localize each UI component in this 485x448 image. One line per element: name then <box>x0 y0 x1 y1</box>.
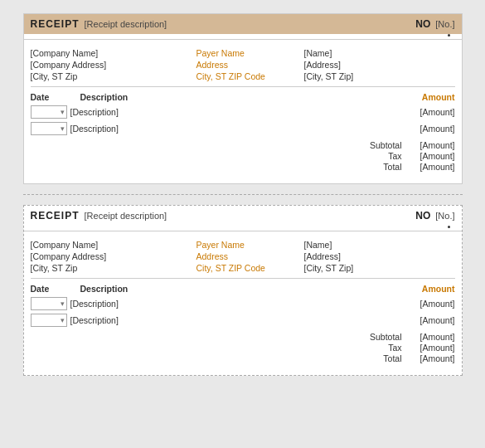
tax-row-2: Tax [Amount] <box>361 343 455 353</box>
payer-city-label-1: City, ST ZIP Code <box>196 71 304 81</box>
receipt-1: RECEIPT [Receipt description] NO [No.] [… <box>23 13 463 184</box>
payer-city-label-2: City, ST ZIP Code <box>196 263 304 273</box>
receipt-title-1: RECEIPT <box>31 18 80 30</box>
receipt-desc-1: [Receipt description] <box>85 19 167 29</box>
payer-address-label-2: Address <box>196 251 304 261</box>
company-info-2: [Company Name] [Company Address] [City, … <box>31 240 196 273</box>
table-row: ▾ [Description] [Amount] <box>31 122 455 135</box>
total-label-2: Total <box>361 353 402 363</box>
table-row: ▾ [Description] [Amount] <box>31 297 455 310</box>
payer-labels-2: Payer Name Address City, ST ZIP Code <box>196 240 304 273</box>
company-name-2: [Company Name] <box>31 240 196 250</box>
receipt-header-right-2: NO [No.] <box>415 210 454 222</box>
receipt-dot-2 <box>448 226 450 228</box>
item-amount-2-1: [Amount] <box>397 299 455 309</box>
items-header-1: Date Description Amount <box>31 92 455 102</box>
receipt-body-1: [Company Name] [Company Address] [City, … <box>24 39 462 183</box>
payer-labels-1: Payer Name Address City, ST ZIP Code <box>196 48 304 81</box>
date-input-1-2[interactable]: ▾ <box>31 122 67 135</box>
table-row: ▾ [Description] [Amount] <box>31 105 455 119</box>
subtotal-label-2: Subtotal <box>361 332 402 342</box>
payer-name-label-2: Payer Name <box>196 240 304 250</box>
tax-label-2: Tax <box>361 343 402 353</box>
col-amount-header-2: Amount <box>397 284 455 294</box>
payer-values-1: [Name] [Address] [City, ST Zip] <box>304 48 455 81</box>
payer-name-value-2: [Name] <box>304 240 455 250</box>
payer-values-2: [Name] [Address] [City, ST Zip] <box>304 240 455 273</box>
total-row-1: Total [Amount] <box>361 162 455 172</box>
receipt-header-right-1: NO [No.] <box>415 18 454 30</box>
payer-city-value-1: [City, ST Zip] <box>304 71 455 81</box>
payer-name-label-1: Payer Name <box>196 48 304 58</box>
item-desc-2-1: [Description] <box>70 299 397 309</box>
company-address-1: [Company Address] <box>31 60 196 70</box>
total-value-1: [Amount] <box>405 162 455 172</box>
receipt-desc-2: [Receipt description] <box>85 211 167 221</box>
payer-name-value-1: [Name] <box>304 48 455 58</box>
payer-address-label-1: Address <box>196 60 304 70</box>
receipt-header-1: RECEIPT [Receipt description] NO [No.] <box>24 14 462 34</box>
company-city-1: [City, ST Zip <box>31 71 196 81</box>
info-row-1: [Company Name] [Company Address] [City, … <box>31 45 455 87</box>
company-address-2: [Company Address] <box>31 251 196 261</box>
info-row-2: [Company Name] [Company Address] [City, … <box>31 236 455 279</box>
subtotal-value-2: [Amount] <box>405 332 455 342</box>
receipt-2: RECEIPT [Receipt description] NO [No.] [… <box>23 205 463 376</box>
receipt-dot-1 <box>448 34 450 37</box>
receipt-separator <box>23 194 463 195</box>
tax-value-2: [Amount] <box>405 343 455 353</box>
subtotal-row-1: Subtotal [Amount] <box>361 140 455 150</box>
item-desc-1-1: [Description] <box>70 107 397 117</box>
receipt-body-2: [Company Name] [Company Address] [City, … <box>24 231 462 375</box>
item-desc-1-2: [Description] <box>70 124 397 134</box>
subtotal-label-1: Subtotal <box>361 140 402 150</box>
payer-address-value-1: [Address] <box>304 60 455 70</box>
item-desc-2-2: [Description] <box>70 315 397 325</box>
items-section-1: Date Description Amount ▾ [Description] … <box>31 87 455 178</box>
tax-row-1: Tax [Amount] <box>361 151 455 161</box>
company-city-2: [City, ST Zip <box>31 263 196 273</box>
receipt-title-2: RECEIPT <box>31 210 80 222</box>
subtotal-value-1: [Amount] <box>405 140 455 150</box>
col-date-header-2: Date <box>31 284 80 294</box>
payer-city-value-2: [City, ST Zip] <box>304 263 455 273</box>
company-info-1: [Company Name] [Company Address] [City, … <box>31 48 196 81</box>
totals-section-1: Subtotal [Amount] Tax [Amount] Total [Am… <box>31 139 455 173</box>
receipt-no-value-1: [No.] <box>435 19 454 29</box>
date-input-1[interactable]: ▾ <box>31 105 67 119</box>
col-amount-header-1: Amount <box>397 92 455 102</box>
receipt-no-value-2: [No.] <box>435 211 454 221</box>
tax-label-1: Tax <box>361 151 402 161</box>
total-label-1: Total <box>361 162 402 172</box>
total-row-2: Total [Amount] <box>361 353 455 363</box>
receipt-no-label-2: NO <box>415 210 430 222</box>
receipt-header-left-2: RECEIPT [Receipt description] <box>31 210 167 222</box>
payer-address-value-2: [Address] <box>304 251 455 261</box>
receipt-no-label-1: NO <box>415 18 430 30</box>
totals-section-2: Subtotal [Amount] Tax [Amount] Total [Am… <box>31 330 455 365</box>
col-desc-header-1: Description <box>80 92 397 102</box>
date-input-2-1[interactable]: ▾ <box>31 297 67 310</box>
col-date-header-1: Date <box>31 92 80 102</box>
col-desc-header-2: Description <box>80 284 397 294</box>
receipt-header-2: RECEIPT [Receipt description] NO [No.] <box>24 206 462 226</box>
subtotal-row-2: Subtotal [Amount] <box>361 332 455 342</box>
date-input-2-2[interactable]: ▾ <box>31 314 67 327</box>
item-amount-1-1: [Amount] <box>397 107 455 117</box>
items-section-2: Date Description Amount ▾ [Description] … <box>31 279 455 370</box>
table-row: ▾ [Description] [Amount] <box>31 314 455 327</box>
items-header-2: Date Description Amount <box>31 284 455 294</box>
receipt-header-left-1: RECEIPT [Receipt description] <box>31 18 167 30</box>
item-amount-1-2: [Amount] <box>397 124 455 134</box>
total-value-2: [Amount] <box>405 353 455 363</box>
item-amount-2-2: [Amount] <box>397 315 455 325</box>
company-name-1: [Company Name] <box>31 48 196 58</box>
tax-value-1: [Amount] <box>405 151 455 161</box>
